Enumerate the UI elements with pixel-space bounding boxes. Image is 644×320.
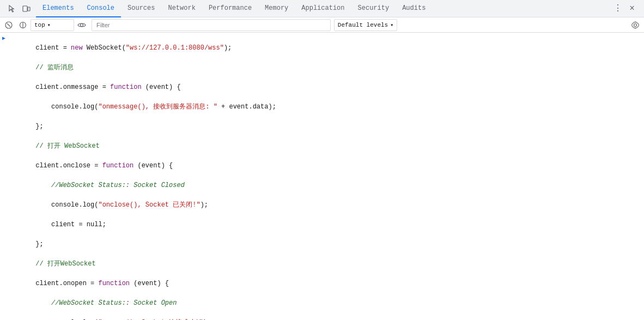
- clear-console-btn[interactable]: [2, 19, 15, 32]
- svg-point-7: [634, 23, 637, 26]
- settings-btn[interactable]: [629, 19, 642, 32]
- more-tabs-btn[interactable]: ⋮: [611, 2, 624, 15]
- levels-select[interactable]: Default levels ▾: [334, 19, 397, 31]
- tab-end-icons: ⋮ ×: [608, 2, 642, 15]
- tab-application[interactable]: Application: [295, 0, 351, 17]
- console-output: ▶ client = new WebSocket("ws://127.0.0.1…: [0, 33, 644, 320]
- chevron-down-icon: ▾: [47, 22, 51, 28]
- tab-performance[interactable]: Performance: [202, 0, 258, 17]
- device-icon: [22, 4, 31, 13]
- svg-rect-0: [23, 6, 27, 11]
- close-icon: ×: [629, 4, 635, 13]
- code-block-content: client = new WebSocket("ws://127.0.0.1:8…: [10, 33, 644, 320]
- svg-point-6: [81, 23, 83, 26]
- close-devtools-btn[interactable]: ×: [625, 2, 639, 15]
- eye-icon: [77, 22, 86, 28]
- more-icon: ⋮: [613, 4, 622, 13]
- eye-btn[interactable]: [75, 19, 88, 32]
- preserve-log-btn[interactable]: [16, 19, 29, 32]
- device-icon-btn[interactable]: [20, 2, 33, 15]
- gear-icon: [631, 21, 640, 29]
- cursor-icon: [8, 4, 16, 13]
- context-selector[interactable]: top ▾: [31, 19, 74, 31]
- svg-line-3: [7, 23, 10, 27]
- console-toolbar: top ▾ Default levels ▾: [0, 17, 644, 33]
- entry-expand-arrow[interactable]: ▶: [2, 33, 10, 44]
- code-input-entry: ▶ client = new WebSocket("ws://127.0.0.1…: [0, 33, 644, 320]
- clear-icon: [5, 21, 13, 29]
- tab-memory[interactable]: Memory: [258, 0, 295, 17]
- tab-elements[interactable]: Elements: [36, 0, 81, 17]
- tab-network[interactable]: Network: [161, 0, 202, 17]
- tab-bar: Elements Console Sources Network Perform…: [0, 0, 644, 17]
- svg-rect-1: [28, 7, 30, 11]
- tab-audits[interactable]: Audits: [396, 0, 432, 17]
- inspect-icon-btn[interactable]: [5, 2, 19, 15]
- devtools-icons: [2, 2, 36, 15]
- stop-icon: [19, 21, 27, 29]
- levels-chevron-icon: ▾: [390, 22, 393, 28]
- tab-console[interactable]: Console: [81, 0, 121, 17]
- filter-input[interactable]: [92, 19, 331, 31]
- tab-sources[interactable]: Sources: [121, 0, 161, 17]
- tab-security[interactable]: Security: [351, 0, 396, 17]
